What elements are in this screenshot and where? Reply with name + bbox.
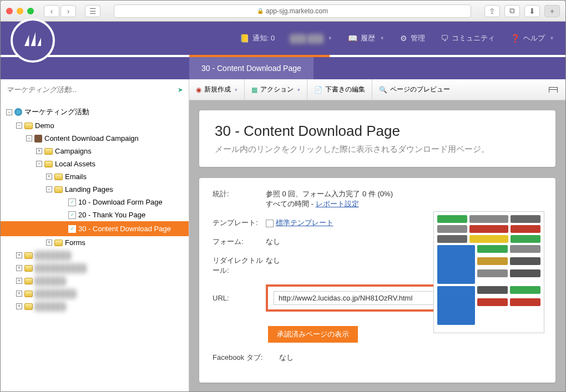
swatch xyxy=(469,215,508,223)
url-label: URL: xyxy=(213,294,266,302)
asset-tab[interactable]: 30 - Content Download Page xyxy=(189,57,314,79)
tree-folder-local[interactable]: − Local Assets xyxy=(1,157,189,170)
tree-label: 30 - Content Download Page xyxy=(78,225,171,233)
tree-folder-campaigns[interactable]: + Campaigns xyxy=(1,145,189,157)
collapse-icon[interactable]: − xyxy=(36,161,42,167)
swatch xyxy=(437,286,475,325)
address-bar[interactable]: 🔒 app-sjg.marketo.com xyxy=(114,4,471,18)
tree-search: ➤ xyxy=(1,79,189,100)
tree-panel: − マーケティング活動 − Demo − Content Download Ca… xyxy=(1,100,189,391)
swatch xyxy=(510,257,540,265)
collapse-icon[interactable]: − xyxy=(46,186,52,192)
new-icon: ◉ xyxy=(196,86,201,94)
user-menu[interactable]: ███ ███ ▼ xyxy=(290,33,332,43)
minimize-icon[interactable] xyxy=(17,8,23,14)
tab-strip: 30 - Content Download Page xyxy=(1,57,565,79)
sidebar-button[interactable]: ☰ xyxy=(85,5,100,17)
program-icon xyxy=(34,135,42,142)
expand-icon[interactable]: + xyxy=(46,240,52,246)
expand-icon[interactable]: + xyxy=(16,303,22,309)
app-header: 📒 通知: 0 ███ ███ ▼ 📖 履歴 ▼ ⚙ 管理 🗨 コミュニティ xyxy=(1,22,565,55)
swatch xyxy=(469,235,508,243)
folder-icon xyxy=(54,186,63,193)
tree-page-3-selected[interactable]: ✓ 30 - Content Download Page xyxy=(1,221,189,236)
collapse-icon[interactable]: − xyxy=(6,109,12,115)
swatch xyxy=(477,245,508,253)
folder-icon xyxy=(24,291,33,297)
tree-root[interactable]: − マーケティング活動 xyxy=(1,105,189,119)
tree-folder-lp[interactable]: − Landing Pages xyxy=(1,183,189,196)
community-menu[interactable]: 🗨 コミュニティ xyxy=(441,33,495,43)
chevron-down-icon: ▼ xyxy=(327,35,332,41)
search-input[interactable] xyxy=(1,85,172,94)
template-link[interactable]: 標準テンプレート xyxy=(276,218,333,227)
history-menu[interactable]: 📖 履歴 ▼ xyxy=(348,33,385,43)
expand-icon[interactable]: + xyxy=(16,265,22,271)
expand-icon[interactable]: + xyxy=(46,174,52,180)
action-label: アクション xyxy=(260,85,294,94)
help-menu[interactable]: ❓ ヘルプ ▼ xyxy=(511,33,554,43)
history-label: 履歴 xyxy=(361,33,375,43)
action-button[interactable]: ▦ アクション ▾ xyxy=(245,79,307,100)
stats-time: すべての時間 - xyxy=(266,200,316,208)
address-text: app-sjg.marketo.com xyxy=(266,7,328,15)
tree-folder-masked[interactable]: + ██████ xyxy=(1,274,189,287)
preview-icon: 🔍 xyxy=(379,86,387,94)
preview-button[interactable]: 🔍 ページのプレビュー xyxy=(372,79,457,100)
tabs-button[interactable]: ⧉ xyxy=(504,5,520,17)
dashboard-toggle[interactable] xyxy=(541,87,565,93)
marketo-logo[interactable] xyxy=(11,18,55,63)
tree-label: Landing Pages xyxy=(65,185,113,194)
community-label: コミュニティ xyxy=(452,33,495,43)
report-settings-link[interactable]: レポート設定 xyxy=(316,200,359,208)
expand-icon[interactable]: + xyxy=(36,148,42,154)
tree-page-2[interactable]: ✓ 20 - Thank You Page xyxy=(1,208,189,221)
tree-label: Local Assets xyxy=(55,160,95,168)
title-card: 30 - Content Download Page メール内のリンクをクリック… xyxy=(199,110,555,167)
preview-label: ページのプレビュー xyxy=(390,85,450,94)
edit-draft-button[interactable]: 📄 下書きの編集 xyxy=(307,79,372,100)
tree-program[interactable]: − Content Download Campaign xyxy=(1,132,189,145)
content-panel: 30 - Content Download Page メール内のリンクをクリック… xyxy=(189,100,565,391)
swatch xyxy=(511,225,540,233)
collapse-icon[interactable]: − xyxy=(16,123,22,129)
back-button[interactable]: ‹ xyxy=(44,5,59,17)
page-icon: ✓ xyxy=(68,211,76,219)
tree-folder-demo[interactable]: − Demo xyxy=(1,119,189,132)
new-button[interactable]: ◉ 新規作成 ▾ xyxy=(189,79,245,100)
close-icon[interactable] xyxy=(6,8,13,14)
edit-label: 下書きの編集 xyxy=(325,85,365,94)
expand-icon[interactable]: + xyxy=(16,252,22,258)
new-tab-button[interactable]: + xyxy=(544,5,560,17)
tree-folder-forms[interactable]: + Forms xyxy=(1,236,189,249)
tree-folder-masked[interactable]: + ████████ xyxy=(1,287,189,300)
tree-label: 20 - Thank You Page xyxy=(78,211,145,219)
folder-icon xyxy=(24,123,33,129)
tree-page-1[interactable]: ✓ 10 - Download Form Page xyxy=(1,196,189,208)
new-label: 新規作成 xyxy=(204,85,231,94)
notifications-menu[interactable]: 📒 通知: 0 xyxy=(240,33,275,43)
maximize-icon[interactable] xyxy=(27,8,34,14)
folder-icon xyxy=(44,148,53,155)
forward-button[interactable]: › xyxy=(60,5,76,17)
tree-folder-masked[interactable]: + ██████████ xyxy=(1,262,189,274)
detail-card: 統計: 参照 0 回、フォーム入力完了 0 件 (0%) すべての時間 - レポ… xyxy=(199,178,555,383)
template-icon xyxy=(266,220,274,227)
tree-label: マーケティング活動 xyxy=(24,107,89,117)
downloads-button[interactable]: ⬇ xyxy=(524,5,540,17)
swatch xyxy=(510,245,540,253)
expand-icon[interactable]: + xyxy=(16,278,22,284)
user-label: ███ ███ xyxy=(290,34,323,43)
collapse-icon[interactable]: − xyxy=(26,135,32,141)
share-button[interactable]: ⇪ xyxy=(484,5,500,17)
admin-menu[interactable]: ⚙ 管理 xyxy=(400,33,425,43)
tree-folder-emails[interactable]: + Emails xyxy=(1,170,189,183)
help-label: ヘルプ xyxy=(523,33,545,43)
filter-icon[interactable]: ➤ xyxy=(172,86,189,94)
tree-folder-masked[interactable]: + ██████ xyxy=(1,300,189,313)
thumbnail-preview[interactable] xyxy=(433,211,544,333)
tree-folder-masked[interactable]: + ███████ xyxy=(1,249,189,262)
expand-icon[interactable]: + xyxy=(16,291,22,297)
view-approved-button[interactable]: 承認済みページの表示 xyxy=(268,326,358,343)
folder-icon xyxy=(24,278,33,284)
